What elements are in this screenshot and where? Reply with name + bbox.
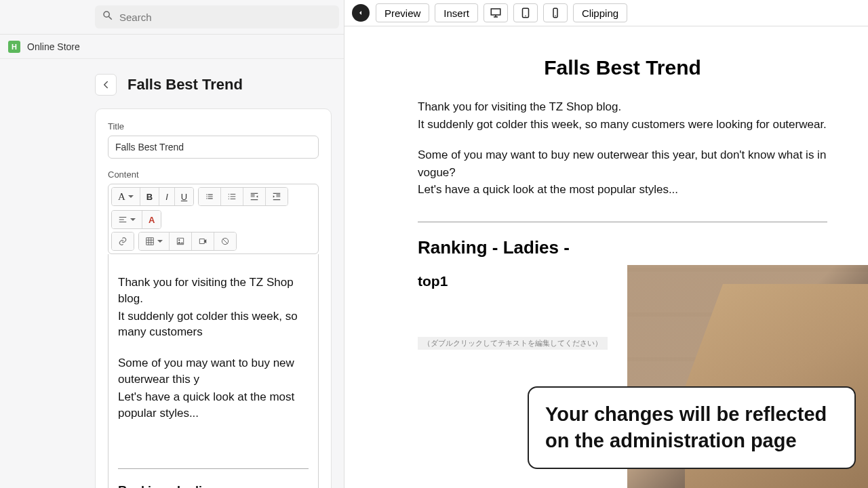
search-field[interactable] <box>95 5 339 28</box>
back-button[interactable] <box>95 74 117 96</box>
bold-button[interactable]: B <box>140 188 159 205</box>
editor-heading: Ranking - Ladies - <box>118 483 309 488</box>
table-dropdown[interactable] <box>139 232 170 250</box>
editor-paragraph: Let's have a quick look at the most popu… <box>118 389 309 422</box>
tablet-icon <box>519 7 532 19</box>
breadcrumb-label: Online Store <box>27 41 80 52</box>
clear-format-button[interactable] <box>214 232 236 250</box>
preview-title: Falls Best Trend <box>418 56 827 79</box>
preview-toolbar: Preview Insert Clipping <box>344 0 868 26</box>
align-dropdown[interactable] <box>112 211 142 228</box>
arrow-left-circle-icon <box>352 4 370 22</box>
editor-card: Title Content A B I U <box>95 108 332 488</box>
preview-paragraph: It suddenly got colder this week, so man… <box>418 116 827 134</box>
search-input[interactable] <box>119 12 332 23</box>
search-row <box>0 0 344 34</box>
svg-point-5 <box>555 16 556 17</box>
desktop-view-button[interactable] <box>484 3 508 22</box>
italic-button[interactable]: I <box>159 188 175 205</box>
text-color-button[interactable]: A <box>142 211 161 228</box>
editor-paragraph: Some of you may want to buy new outerwea… <box>118 355 309 388</box>
callout-tooltip: Your changes will be reflectedon the adm… <box>528 386 856 469</box>
page-header: Falls Best Trend <box>0 59 344 108</box>
store-icon: H <box>8 41 20 53</box>
tablet-view-button[interactable] <box>513 3 538 22</box>
link-button[interactable] <box>112 232 134 250</box>
content-label: Content <box>108 169 319 180</box>
title-label: Title <box>108 121 319 131</box>
svg-point-3 <box>525 16 526 17</box>
clipping-button[interactable]: Clipping <box>573 3 627 22</box>
left-panel: H Online Store Falls Best Trend Title Co… <box>0 0 344 488</box>
search-icon <box>102 9 114 24</box>
preview-paragraph: Some of you may want to buy new outerwea… <box>418 146 827 181</box>
outdent-button[interactable] <box>243 188 266 205</box>
editor-paragraph: It suddenly got colder this week, so man… <box>118 308 309 341</box>
rte-toolbar: A B I U A <box>108 184 319 254</box>
preview-placeholder-text[interactable]: （ダブルクリックしてテキストを編集してください） <box>418 337 608 350</box>
preview-subheading: top1 <box>418 273 621 289</box>
preview-paragraph: Let's have a quick look at the most popu… <box>418 181 827 199</box>
preview-button[interactable]: Preview <box>376 3 429 22</box>
desktop-icon <box>490 7 502 19</box>
preview-heading: Ranking - Ladies - <box>418 237 827 258</box>
underline-button[interactable]: U <box>175 188 193 205</box>
font-style-dropdown[interactable]: A <box>112 188 140 205</box>
image-button[interactable] <box>170 232 192 250</box>
title-input[interactable] <box>108 136 319 159</box>
preview-back-button[interactable] <box>351 3 370 22</box>
video-button[interactable] <box>192 232 214 250</box>
preview-paragraph: Thank you for visiting the TZ Shop blog. <box>418 98 827 116</box>
mobile-icon <box>549 7 561 19</box>
page-title: Falls Best Trend <box>127 76 243 94</box>
bullet-list-button[interactable] <box>199 188 221 205</box>
preview-left-col: top1 （ダブルクリックしてテキストを編集してください） <box>418 273 621 350</box>
rte-content[interactable]: Thank you for visiting the TZ Shop blog.… <box>108 254 319 488</box>
svg-point-0 <box>178 239 180 241</box>
arrow-left-icon <box>100 79 112 91</box>
editor-paragraph: Thank you for visiting the TZ Shop blog. <box>118 274 309 307</box>
indent-button[interactable] <box>266 188 288 205</box>
insert-button[interactable]: Insert <box>435 3 478 22</box>
mobile-view-button[interactable] <box>543 3 568 22</box>
callout-line2: on the administration page <box>545 430 797 451</box>
breadcrumb[interactable]: H Online Store <box>0 35 344 59</box>
numbered-list-button[interactable] <box>221 188 243 205</box>
callout-line1: Your changes will be reflected <box>545 403 827 425</box>
preview-hr <box>418 222 827 222</box>
editor-hr <box>118 468 309 469</box>
